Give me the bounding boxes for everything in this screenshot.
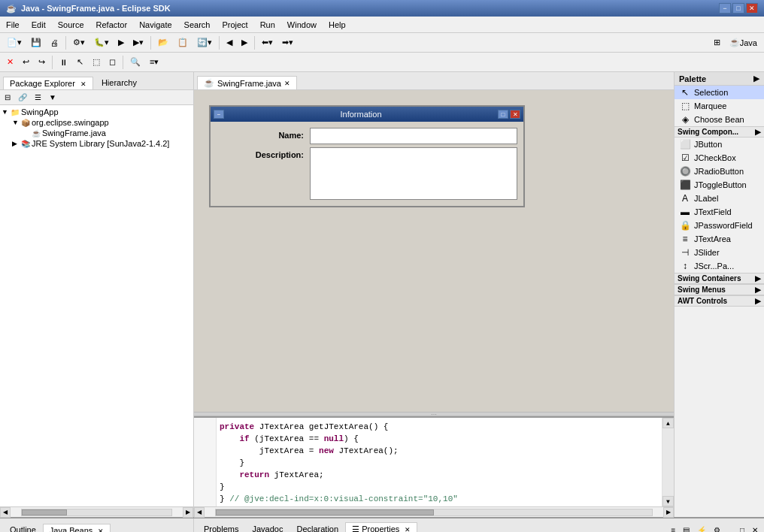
palette-item-jtextarea[interactable]: ≡ JTextArea xyxy=(675,232,764,246)
collapse-all-button[interactable]: ⊟ xyxy=(2,92,14,103)
description-text-area[interactable] xyxy=(310,147,517,200)
design-canvas[interactable]: − Information □ ✕ Name: Description: xyxy=(194,90,674,412)
tab-package-explorer[interactable]: Package Explorer ✕ xyxy=(3,77,93,89)
close-button[interactable]: ✕ xyxy=(746,3,758,14)
next-edit-button[interactable]: ▶ xyxy=(238,35,251,51)
code-hscroll-right[interactable]: ▶ xyxy=(663,507,674,518)
menu-source[interactable]: Source xyxy=(52,19,90,31)
print-button[interactable]: 🖨 xyxy=(47,35,62,51)
palette-section-awt-controls[interactable]: AWT Controls ▶ xyxy=(675,295,764,307)
menu-help[interactable]: Help xyxy=(323,19,352,31)
tab-javadoc[interactable]: Javadoc xyxy=(245,522,290,532)
debug-button[interactable]: 🐛▾ xyxy=(90,35,113,51)
palette-item-jpasswordfield[interactable]: 🔒 JPasswordField xyxy=(675,219,764,232)
code-content[interactable]: private JTextArea getJTextArea() { if (j… xyxy=(217,418,662,506)
palette-expand-icon[interactable]: ▶ xyxy=(753,74,759,83)
tab-hierarchy[interactable]: Hierarchy xyxy=(95,76,144,89)
suspend-button[interactable]: ⏸ xyxy=(56,54,71,71)
palette-item-jtextfield[interactable]: ▬ JTextField xyxy=(675,205,764,219)
save-button[interactable]: 💾 xyxy=(27,35,45,51)
pkg-view-btn[interactable]: ▼ xyxy=(46,92,59,103)
properties-sort-btn[interactable]: ≡ xyxy=(668,524,679,532)
tree-node-jre[interactable]: ▶ 📚 JRE System Library [SunJava2-1.4.2] xyxy=(2,138,192,149)
menu-edit[interactable]: Edit xyxy=(26,19,52,31)
code-hscroll-left[interactable]: ◀ xyxy=(194,507,205,518)
palette-item-marquee[interactable]: ⬚ Marquee xyxy=(675,99,764,113)
align-button[interactable]: ≡▾ xyxy=(146,54,162,71)
palette-item-jslider[interactable]: ⊣ JSlider xyxy=(675,246,764,259)
back-button[interactable]: ⬅▾ xyxy=(258,35,277,51)
perspective-btn[interactable]: ⊞ xyxy=(710,35,724,51)
properties-event-btn[interactable]: ⚡ xyxy=(694,524,709,532)
fwd-button[interactable]: ➡▾ xyxy=(278,35,297,51)
tab-properties[interactable]: ☰ Properties ✕ xyxy=(345,522,417,532)
open-type-button[interactable]: 📂 xyxy=(154,35,172,51)
inspect-button[interactable]: 🔍 xyxy=(126,54,144,71)
close-view-btn[interactable]: ✕ xyxy=(749,524,761,532)
left-hscroll-left[interactable]: ◀ xyxy=(0,507,11,518)
palette-item-jscrollpane[interactable]: ↕ JScr...Pa... xyxy=(675,259,764,273)
minimize-button[interactable]: − xyxy=(719,3,731,14)
palette-item-jcheckbox[interactable]: ☑ JCheckBox xyxy=(675,151,764,165)
close-tab-icon[interactable]: ✕ xyxy=(284,80,290,87)
tab-java-beans[interactable]: Java Beans ✕ xyxy=(43,524,111,532)
tab-declaration[interactable]: Declaration xyxy=(290,522,345,532)
swing-close-btn[interactable]: ✕ xyxy=(510,110,520,119)
menu-project[interactable]: Project xyxy=(216,19,253,31)
code-editor[interactable]: private JTextArea getJTextArea() { if (j… xyxy=(194,416,674,506)
expand-icon[interactable]: ▼ xyxy=(12,119,20,126)
maximize-button[interactable]: □ xyxy=(732,3,744,14)
sync-button[interactable]: 🔄▾ xyxy=(193,35,216,51)
palette-item-jbutton[interactable]: ⬜ JButton xyxy=(675,138,764,151)
menu-file[interactable]: File xyxy=(0,19,26,31)
run2-button[interactable]: ▶▾ xyxy=(129,35,147,51)
menu-refactor[interactable]: Refactor xyxy=(90,19,134,31)
tree-node-package[interactable]: ▼ 📦 org.eclipse.swingapp xyxy=(2,117,192,128)
stop-button[interactable]: ✕ xyxy=(3,54,17,71)
palette-item-jlabel[interactable]: A JLabel xyxy=(675,192,764,205)
maximize-view-btn[interactable]: □ xyxy=(737,524,747,532)
left-hscroll-right[interactable]: ▶ xyxy=(183,507,193,518)
swing-min-btn[interactable]: − xyxy=(214,110,224,119)
close-java-beans-icon[interactable]: ✕ xyxy=(98,527,104,532)
code-scroll-up[interactable]: ▲ xyxy=(662,418,674,428)
run-button[interactable]: ▶ xyxy=(114,35,128,51)
expand-icon[interactable]: ▼ xyxy=(2,108,9,116)
tree-node-swingframe[interactable]: ☕ SwingFrame.java xyxy=(2,128,192,138)
menu-pkg-button[interactable]: ☰ xyxy=(32,92,44,103)
palette-section-swing-components[interactable]: Swing Compon... ▶ xyxy=(675,126,764,138)
close-package-explorer-icon[interactable]: ✕ xyxy=(80,80,86,88)
close-properties-icon[interactable]: ✕ xyxy=(405,526,411,532)
swing-max-btn[interactable]: □ xyxy=(498,110,508,119)
palette-section-swing-menus[interactable]: Swing Menus ▶ xyxy=(675,284,764,295)
palette-section-swing-containers[interactable]: Swing Containers ▶ xyxy=(675,273,764,284)
tree-node-swingapp[interactable]: ▼ 📁 SwingApp xyxy=(2,107,192,117)
menu-window[interactable]: Window xyxy=(281,19,323,31)
undo-button[interactable]: ↩ xyxy=(19,54,33,71)
selection-button[interactable]: ⬚ xyxy=(89,54,104,71)
menu-search[interactable]: Search xyxy=(178,19,217,31)
palette-item-choose-bean[interactable]: ◈ Choose Bean xyxy=(675,113,764,126)
minimize-view-btn[interactable]: _ xyxy=(725,524,735,532)
code-hscroll-thumb[interactable] xyxy=(216,509,434,515)
run-ext-button[interactable]: ⚙▾ xyxy=(69,35,89,51)
palette-item-jradiobutton[interactable]: 🔘 JRadioButton xyxy=(675,165,764,178)
properties-filter-btn[interactable]: ▤ xyxy=(680,524,693,532)
left-hscroll-thumb[interactable] xyxy=(22,509,67,515)
new-button[interactable]: 📄▾ xyxy=(3,35,26,51)
tab-outline[interactable]: Outline xyxy=(3,523,43,532)
palette-item-jtogglebutton[interactable]: ⬛ JToggleButton xyxy=(675,178,764,192)
redo-button[interactable]: ↪ xyxy=(35,54,49,71)
menu-navigate[interactable]: Navigate xyxy=(133,19,177,31)
link-editor-button[interactable]: 🔗 xyxy=(15,92,30,103)
properties-settings-btn[interactable]: ⚙ xyxy=(711,524,723,532)
prev-edit-button[interactable]: ◀ xyxy=(223,35,236,51)
tab-swingframe-java[interactable]: ☕ SwingFrame.java ✕ xyxy=(197,76,297,89)
tab-problems[interactable]: Problems xyxy=(197,522,245,532)
code-scroll-down[interactable]: ▼ xyxy=(662,496,674,506)
palette-item-selection[interactable]: ↖ Selection xyxy=(675,86,764,99)
pointer-button[interactable]: ↖ xyxy=(73,54,87,71)
menu-run[interactable]: Run xyxy=(254,19,281,31)
name-text-field[interactable] xyxy=(310,128,517,144)
java-perspective[interactable]: ☕ Java xyxy=(726,35,761,51)
